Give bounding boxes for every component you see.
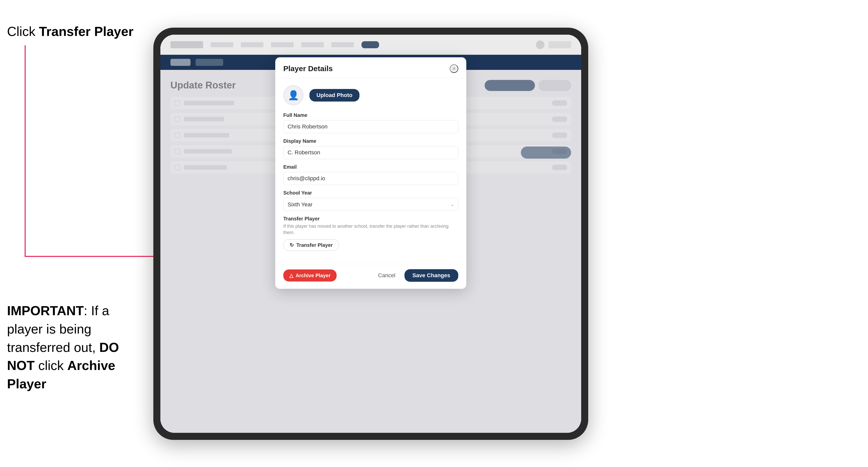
transfer-section-label: Transfer Player	[283, 216, 458, 222]
modal-title: Player Details	[283, 64, 333, 73]
email-input[interactable]	[283, 172, 458, 185]
tablet-screen: Update Roster	[160, 35, 581, 433]
transfer-button-label: Transfer Player	[297, 242, 333, 248]
cancel-button[interactable]: Cancel	[373, 270, 400, 281]
transfer-player-section: Transfer Player If this player has moved…	[283, 216, 458, 251]
school-year-label: School Year	[283, 190, 458, 196]
archive-player-button[interactable]: △ Archive Player	[283, 270, 337, 281]
tablet-device: Update Roster	[153, 28, 588, 440]
upload-photo-button[interactable]: Upload Photo	[309, 89, 360, 101]
email-label: Email	[283, 164, 458, 170]
school-year-select[interactable]: First Year Second Year Third Year Fourth…	[283, 198, 458, 211]
transfer-icon: ↻	[289, 242, 294, 248]
full-name-group: Full Name	[283, 112, 458, 133]
email-group: Email	[283, 164, 458, 185]
app-background: Update Roster	[160, 35, 581, 433]
transfer-player-button[interactable]: ↻ Transfer Player	[283, 239, 339, 251]
modal-footer: △ Archive Player Cancel Save Changes	[275, 264, 466, 289]
display-name-group: Display Name	[283, 138, 458, 159]
instruction-top: Click Transfer Player	[7, 24, 133, 39]
photo-avatar-circle: 👤	[283, 85, 303, 105]
bottom-text2: click	[35, 358, 67, 373]
display-name-input[interactable]	[283, 146, 458, 159]
modal-header: Player Details ×	[275, 57, 466, 78]
arrow-vertical-line	[25, 45, 26, 256]
school-year-select-wrapper: First Year Second Year Third Year Fourth…	[283, 198, 458, 211]
display-name-label: Display Name	[283, 138, 458, 144]
photo-upload-row: 👤 Upload Photo	[283, 85, 458, 105]
save-changes-button[interactable]: Save Changes	[404, 269, 458, 282]
transfer-section-description: If this player has moved to another scho…	[283, 223, 458, 236]
upload-photo-label: Upload Photo	[316, 92, 352, 98]
archive-label: Archive Player	[296, 273, 331, 279]
close-icon: ×	[452, 65, 456, 72]
full-name-label: Full Name	[283, 112, 458, 118]
player-details-modal: Player Details × 👤 Upload Photo	[275, 57, 466, 289]
school-year-group: School Year First Year Second Year Third…	[283, 190, 458, 211]
modal-body: 👤 Upload Photo Full Name Display Name	[275, 78, 466, 264]
instruction-bottom: IMPORTANT: If a player is being transfer…	[7, 302, 148, 393]
full-name-input[interactable]	[283, 120, 458, 133]
important-label: IMPORTANT	[7, 303, 84, 318]
instruction-bold: Transfer Player	[39, 24, 133, 39]
archive-icon: △	[289, 273, 293, 279]
modal-close-button[interactable]: ×	[450, 64, 458, 73]
instruction-text-prefix: Click	[7, 24, 39, 39]
person-icon: 👤	[288, 90, 299, 100]
